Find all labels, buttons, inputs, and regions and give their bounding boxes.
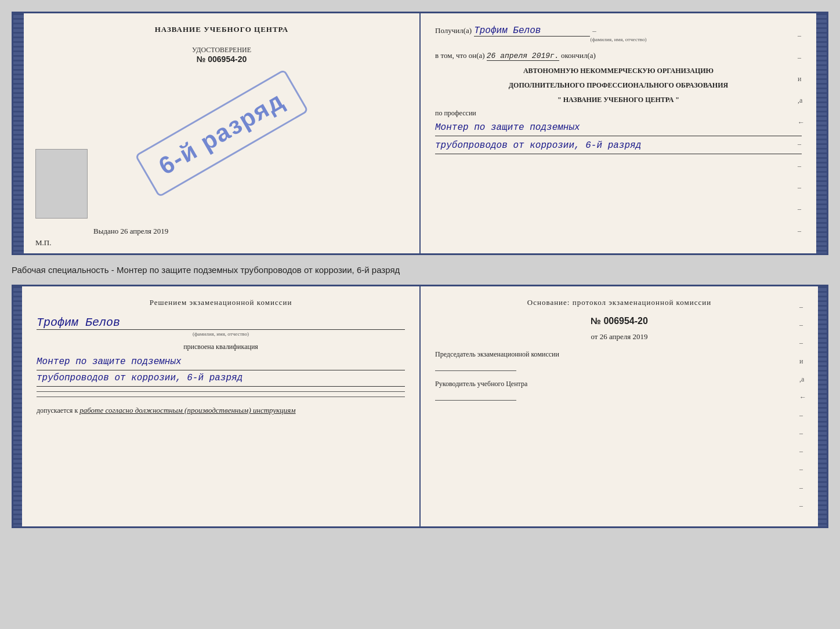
stamp-overlay: 6-й разряд — [135, 69, 309, 198]
between-text: Рабочая специальность - Монтер по защите… — [12, 262, 828, 278]
director-title: Руководитель учебного Центра — [435, 380, 803, 388]
cert-spine-left — [13, 286, 22, 526]
diploma-title: НАЗВАНИЕ УЧЕБНОГО ЦЕНТРА — [38, 25, 405, 34]
diploma-spine-right — [816, 13, 827, 253]
org-line1: АВТОНОМНУЮ НЕКОММЕРЧЕСКУЮ ОРГАНИЗАЦИЮ — [435, 66, 802, 76]
protocol-number: № 006954-20 — [435, 316, 803, 326]
date-line: в том, что он(а) 26 апреля 2019г. окончи… — [435, 51, 802, 60]
assigned-qual: присвоена квалификация — [37, 343, 405, 351]
допускается-text: работе согласно должностным (производств… — [79, 406, 295, 415]
received-block: Получил(а) Трофим Белов – (фамилия, имя,… — [435, 25, 802, 42]
diploma-left-panel: НАЗВАНИЕ УЧЕБНОГО ЦЕНТРА УДОСТОВЕРЕНИЕ №… — [24, 13, 421, 253]
org-line2: ДОПОЛНИТЕЛЬНОГО ПРОФЕССИОНАЛЬНОГО ОБРАЗО… — [435, 81, 802, 90]
допускается-prefix: допускается к — [37, 406, 78, 415]
org-line3: " НАЗВАНИЕ УЧЕБНОГО ЦЕНТРА " — [435, 95, 802, 105]
protocol-date: от 26 апреля 2019 — [435, 332, 803, 341]
page-wrapper: НАЗВАНИЕ УЧЕБНОГО ЦЕНТРА УДОСТОВЕРЕНИЕ №… — [12, 12, 828, 528]
decision-title: Решением экзаменационной комиссии — [37, 298, 405, 307]
director-sig-line — [435, 400, 516, 401]
mp-label: М.П. — [35, 238, 51, 248]
right-dashes: – – и ,а ← – – – – – — [798, 25, 805, 242]
director-block: Руководитель учебного Центра — [435, 380, 803, 401]
diploma-book: НАЗВАНИЕ УЧЕБНОГО ЦЕНТРА УДОСТОВЕРЕНИЕ №… — [12, 12, 828, 255]
received-name: Трофим Белов — [474, 26, 590, 37]
cert-right-dashes: – – – и ,а ← – – – – – – — [799, 298, 806, 515]
date-handwritten: 26 апреля 2019г. — [487, 52, 559, 61]
issued-label: Выдано — [93, 227, 118, 235]
photo-placeholder — [35, 149, 88, 219]
received-prefix: Получил(а) — [435, 26, 472, 35]
qual-line2: трубопроводов от коррозии, 6-й разряд — [37, 370, 405, 387]
fio-label-bottom: (фамилия, имя, отчество) — [37, 331, 405, 337]
cert-spine-right — [818, 286, 827, 526]
profession-label: по профессии — [435, 109, 802, 118]
basis-title: Основание: протокол экзаменационной коми… — [435, 298, 803, 307]
chairman-sig-line — [435, 370, 516, 371]
protocol-date-value: 26 апреля 2019 — [600, 332, 648, 341]
issued-date: Выдано 26 апреля 2019 — [93, 227, 168, 236]
cert-number-block: УДОСТОВЕРЕНИЕ № 006954-20 — [38, 46, 405, 64]
cert-right-panel: Основание: протокол экзаменационной коми… — [421, 286, 818, 526]
fio-label-top: (фамилия, имя, отчество) — [435, 37, 802, 42]
extra-line-2 — [37, 397, 405, 397]
date-prefix: в том, что он(а) — [435, 51, 485, 60]
issued-date-value: 26 апреля 2019 — [121, 227, 169, 235]
chairman-block: Председатель экзаменационной комиссии — [435, 350, 803, 371]
cert-book: Решением экзаменационной комиссии Трофим… — [12, 285, 828, 528]
profession-line1: Монтер по защите подземных — [435, 121, 802, 136]
chairman-title: Председатель экзаменационной комиссии — [435, 350, 803, 359]
date-suffix: окончил(а) — [561, 51, 596, 60]
diploma-right-panel: Получил(а) Трофим Белов – (фамилия, имя,… — [421, 13, 816, 253]
cert-left-panel: Решением экзаменационной комиссии Трофим… — [22, 286, 421, 526]
допускается-line: допускается к работе согласно должностны… — [37, 406, 405, 415]
profession-line2: трубопроводов от коррозии, 6-й разряд — [435, 139, 802, 154]
protocol-date-prefix: от — [591, 332, 598, 341]
qual-line1: Монтер по защите подземных — [37, 354, 405, 370]
cert-label: УДОСТОВЕРЕНИЕ — [38, 46, 405, 54]
diploma-spine-left — [13, 13, 24, 253]
extra-line-1 — [37, 391, 405, 392]
cert-number: № 006954-20 — [38, 54, 405, 64]
person-name-large: Трофим Белов — [37, 316, 405, 330]
